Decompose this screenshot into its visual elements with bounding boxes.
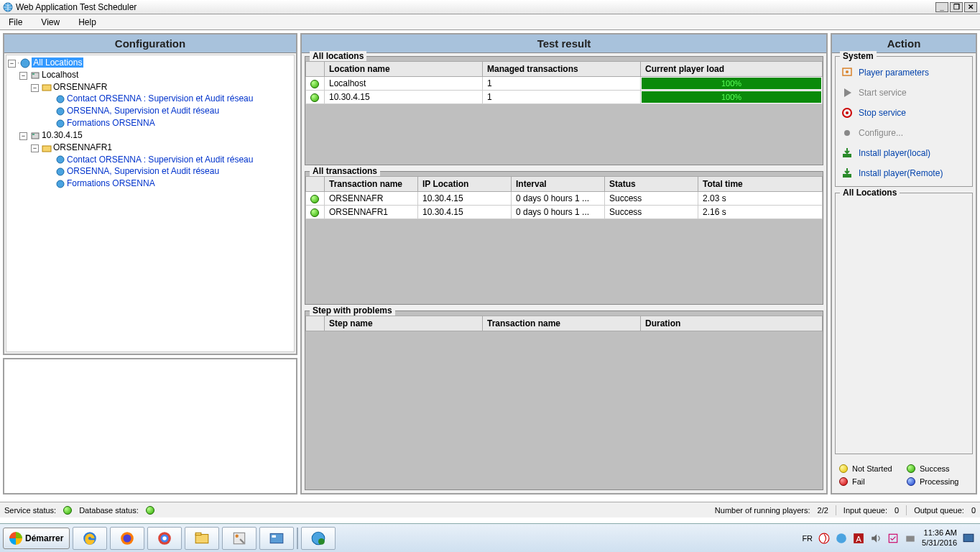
gear-icon	[841, 127, 853, 139]
all-locations-legend: All locations	[310, 51, 366, 61]
tray-icon[interactable]	[818, 533, 830, 544]
tree-collapse-icon[interactable]: −	[19, 72, 27, 80]
start-label: Démarrer	[25, 533, 63, 543]
tray-icon[interactable]: A	[853, 533, 864, 544]
tree-item[interactable]: ORSENNA, Supervision et Audit réseau	[67, 106, 219, 116]
task-current-app[interactable]	[301, 527, 336, 550]
tree-collapse-icon[interactable]: −	[8, 60, 16, 68]
svg-point-19	[844, 130, 850, 136]
window-title: Web Application Test Scheduler	[16, 2, 137, 12]
svg-rect-29	[196, 533, 202, 535]
col-interval[interactable]: Interval	[512, 177, 605, 192]
svg-point-7	[57, 120, 64, 127]
language-indicator[interactable]: FR	[802, 534, 813, 543]
action-label: Install player(Remote)	[859, 168, 943, 178]
globe-icon	[55, 94, 65, 104]
tree-item[interactable]: Contact ORSENNA : Supervision et Audit r…	[67, 155, 253, 165]
svg-rect-4	[42, 85, 51, 91]
legend-fail: Fail	[839, 477, 901, 486]
col-dur[interactable]: Duration	[641, 316, 823, 331]
clock-time: 11:36 AM	[922, 528, 957, 538]
status-legend: Not Started Success Fail Processing	[835, 460, 973, 490]
volume-icon[interactable]	[870, 533, 882, 544]
tree-collapse-icon[interactable]: −	[19, 132, 27, 140]
status-dot-icon	[310, 80, 319, 88]
cell: 2.03 s	[698, 192, 823, 206]
col-status[interactable]	[306, 177, 325, 192]
tray-icon[interactable]	[836, 533, 847, 544]
table-row[interactable]: 10.30.4.15 1 100%	[306, 91, 823, 104]
cell: 10.30.4.15	[418, 206, 512, 219]
minimize-button[interactable]: _	[935, 2, 948, 12]
tree-location[interactable]: 10.30.4.15	[42, 130, 83, 140]
tree-item[interactable]: Contact ORSENNA : Supervision et Audit r…	[67, 93, 253, 104]
col-tx[interactable]: Transaction name	[483, 316, 641, 331]
tray-icon[interactable]	[905, 533, 916, 544]
task-app2[interactable]	[259, 527, 294, 550]
tree-item[interactable]: Formations ORSENNA	[67, 178, 155, 188]
tray-icon[interactable]	[887, 533, 899, 544]
col-status[interactable]	[306, 62, 325, 77]
close-button[interactable]: ✕	[964, 2, 977, 12]
col-time[interactable]: Total time	[698, 177, 823, 192]
task-chrome[interactable]	[147, 527, 182, 550]
svg-point-18	[846, 111, 849, 114]
task-explorer[interactable]	[185, 527, 219, 550]
menu-view[interactable]: View	[37, 16, 64, 29]
stop-service-link[interactable]: Stop service	[838, 103, 969, 123]
clock[interactable]: 11:36 AM 5/31/2016	[922, 528, 957, 547]
svg-rect-32	[271, 533, 284, 543]
col-load[interactable]: Current player load	[641, 62, 823, 77]
show-desktop-icon[interactable]	[963, 533, 974, 544]
configure-link: Configure...	[838, 123, 969, 143]
all-transactions-legend: All transactions	[310, 166, 380, 176]
step-problems-table: Step name Transaction name Duration	[305, 316, 823, 331]
task-app1[interactable]	[222, 527, 256, 550]
system-tray: FR A 11:36 AM 5/31/2016	[802, 528, 977, 547]
install-remote-link[interactable]: Install player(Remote)	[838, 163, 969, 183]
service-status-dot-icon	[63, 506, 72, 515]
col-tx-name[interactable]: Transaction name	[325, 177, 418, 192]
maximize-button[interactable]: ❐	[950, 2, 963, 12]
location-tree[interactable]: −·All Locations −Localhost −ORSENNAFR Co…	[6, 55, 295, 352]
tree-root[interactable]: All Locations	[32, 58, 83, 68]
col-ip[interactable]: IP Location	[418, 177, 512, 192]
col-step[interactable]: Step name	[325, 316, 483, 331]
settings-icon	[841, 67, 853, 78]
tree-item[interactable]: Formations ORSENNA	[67, 118, 155, 128]
action-label: Start service	[859, 88, 907, 98]
transactions-table: Transaction name IP Location Interval St…	[305, 176, 823, 219]
install-local-link[interactable]: Install player(local)	[838, 143, 969, 163]
clock-date: 5/31/2016	[922, 538, 957, 548]
cell: 2.16 s	[698, 206, 823, 219]
running-players-label: Number of running players:	[715, 506, 810, 515]
tree-group[interactable]: ORSENNAFR	[53, 82, 107, 92]
tree-collapse-icon[interactable]: −	[31, 84, 39, 92]
table-row[interactable]: Localhost 1 100%	[306, 77, 823, 91]
test-result-title: Test result	[302, 34, 826, 53]
col-location-name[interactable]: Location name	[325, 62, 483, 77]
task-ie[interactable]	[73, 527, 107, 550]
col-managed[interactable]: Managed transactions	[483, 62, 641, 77]
tree-location[interactable]: Localhost	[42, 70, 78, 80]
player-parameters-link[interactable]: Player parameters	[838, 63, 969, 83]
tree-collapse-icon[interactable]: −	[31, 144, 39, 152]
install-icon	[841, 147, 853, 159]
svg-marker-40	[872, 534, 877, 542]
col-status[interactable]	[306, 316, 325, 331]
tree-item[interactable]: ORSENNA, Supervision et Audit réseau	[67, 166, 219, 176]
col-stat[interactable]: Status	[605, 177, 698, 192]
table-row[interactable]: ORSENNAFR1 10.30.4.15 0 days 0 hours 1 .…	[306, 206, 823, 219]
configuration-panel: Configuration −·All Locations −Localhost…	[3, 33, 297, 355]
blank-panel	[3, 358, 297, 494]
menu-file[interactable]: File	[4, 16, 27, 29]
task-firefox[interactable]	[110, 527, 144, 550]
svg-point-31	[236, 534, 239, 537]
start-button[interactable]: Démarrer	[3, 528, 70, 549]
cell: 0 days 0 hours 1 ...	[512, 192, 605, 206]
server-icon	[30, 131, 40, 141]
menu-help[interactable]: Help	[74, 16, 101, 29]
tree-group[interactable]: ORSENNAFR1	[53, 142, 112, 152]
table-row[interactable]: ORSENNAFR 10.30.4.15 0 days 0 hours 1 ..…	[306, 192, 823, 206]
cell: 0 days 0 hours 1 ...	[512, 206, 605, 219]
